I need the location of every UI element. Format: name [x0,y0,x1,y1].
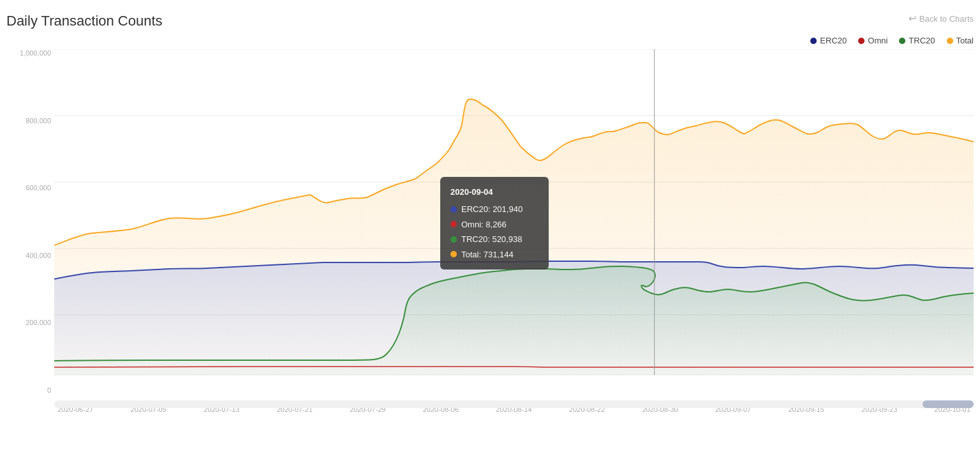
y-label-200000: 200,000 [6,319,51,326]
chart-svg [54,49,974,381]
legend-dot-omni [858,38,865,44]
y-label-800000: 800,000 [6,117,51,125]
y-label-1000000: 1,000,000 [6,49,51,57]
legend-dot-erc20 [810,38,817,44]
chart-container: Daily Transaction Counts ↩ Back to Chart… [0,0,980,463]
legend-erc20: ERC20 [810,36,847,45]
back-icon: ↩ [909,13,917,24]
chart-title: Daily Transaction Counts [6,13,163,29]
y-label-400000: 400,000 [6,252,51,259]
scrollbar-thumb[interactable] [923,400,974,408]
chart-area[interactable]: 1,000,000 800,000 600,000 400,000 200,00… [6,49,974,413]
chart-scrollbar[interactable] [54,400,974,408]
chart-legend: ERC20 Omni TRC20 Total [6,36,974,45]
chart-header: Daily Transaction Counts ↩ Back to Chart… [6,13,974,29]
back-to-charts-button[interactable]: ↩ Back to Charts [909,13,974,24]
y-axis: 1,000,000 800,000 600,000 400,000 200,00… [6,49,51,413]
legend-dot-trc20 [899,38,905,44]
legend-omni: Omni [858,36,887,45]
y-label-0: 0 [6,386,51,394]
legend-dot-total [947,38,953,44]
legend-trc20: TRC20 [899,36,935,45]
y-label-600000: 600,000 [6,184,51,192]
legend-total: Total [947,36,974,45]
